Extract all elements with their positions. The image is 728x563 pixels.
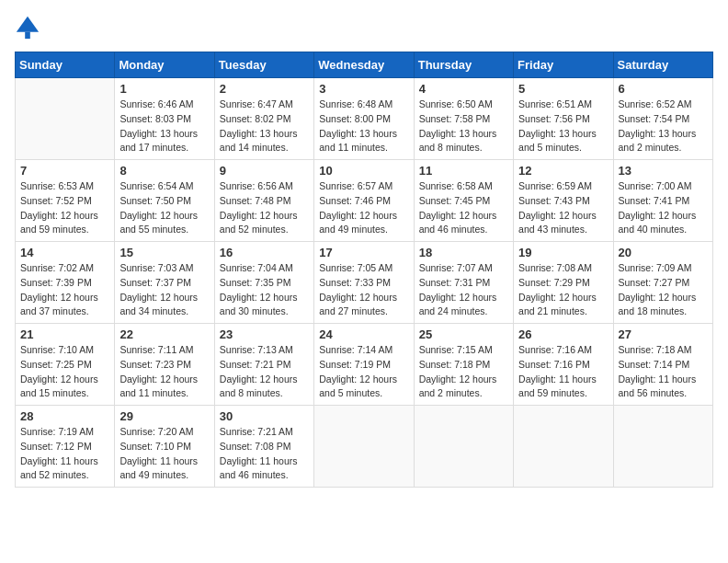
calendar-cell: 2Sunrise: 6:47 AMSunset: 8:02 PMDaylight… <box>214 78 313 160</box>
day-info: Sunrise: 7:15 AMSunset: 7:18 PMDaylight:… <box>419 343 508 401</box>
calendar-cell <box>613 406 712 488</box>
day-number: 29 <box>119 409 209 423</box>
calendar-cell: 3Sunrise: 6:48 AMSunset: 8:00 PMDaylight… <box>314 78 414 160</box>
day-info: Sunrise: 6:50 AMSunset: 7:58 PMDaylight:… <box>419 98 508 155</box>
calendar-cell: 12Sunrise: 6:59 AMSunset: 7:43 PMDayligh… <box>514 160 613 242</box>
day-number: 27 <box>619 327 708 341</box>
day-number: 2 <box>220 82 309 96</box>
day-info: Sunrise: 7:19 AMSunset: 7:12 PMDaylight:… <box>20 425 109 483</box>
day-number: 25 <box>419 327 508 341</box>
day-number: 15 <box>119 246 209 259</box>
day-info: Sunrise: 7:09 AMSunset: 7:27 PMDaylight:… <box>619 261 708 319</box>
calendar-cell <box>414 406 513 488</box>
day-number: 1 <box>119 82 209 96</box>
day-of-week-header: Monday <box>115 52 214 78</box>
calendar-cell: 4Sunrise: 6:50 AMSunset: 7:58 PMDaylight… <box>414 78 513 160</box>
calendar-cell: 10Sunrise: 6:57 AMSunset: 7:46 PMDayligh… <box>314 160 414 242</box>
svg-marker-0 <box>17 17 39 32</box>
day-number: 4 <box>419 82 508 96</box>
calendar-cell: 29Sunrise: 7:20 AMSunset: 7:10 PMDayligh… <box>115 406 214 488</box>
day-info: Sunrise: 7:02 AMSunset: 7:39 PMDaylight:… <box>20 261 109 319</box>
calendar-cell: 30Sunrise: 7:21 AMSunset: 7:08 PMDayligh… <box>214 406 313 488</box>
calendar-cell: 5Sunrise: 6:51 AMSunset: 7:56 PMDaylight… <box>514 78 613 160</box>
calendar-cell: 15Sunrise: 7:03 AMSunset: 7:37 PMDayligh… <box>115 242 214 324</box>
day-number: 5 <box>518 82 608 96</box>
calendar-cell: 11Sunrise: 6:58 AMSunset: 7:45 PMDayligh… <box>414 160 513 242</box>
calendar-cell: 19Sunrise: 7:08 AMSunset: 7:29 PMDayligh… <box>514 242 613 324</box>
day-of-week-header: Tuesday <box>214 52 313 78</box>
day-number: 24 <box>319 327 408 341</box>
day-number: 12 <box>518 164 608 178</box>
calendar-cell: 23Sunrise: 7:13 AMSunset: 7:21 PMDayligh… <box>214 324 313 406</box>
calendar-cell: 7Sunrise: 6:53 AMSunset: 7:52 PMDaylight… <box>16 160 115 242</box>
day-number: 13 <box>619 164 708 178</box>
calendar-cell: 20Sunrise: 7:09 AMSunset: 7:27 PMDayligh… <box>613 242 712 324</box>
day-number: 30 <box>220 409 309 423</box>
day-info: Sunrise: 7:18 AMSunset: 7:14 PMDaylight:… <box>619 343 708 401</box>
day-number: 23 <box>220 327 309 341</box>
day-info: Sunrise: 7:08 AMSunset: 7:29 PMDaylight:… <box>518 261 608 319</box>
day-info: Sunrise: 6:56 AMSunset: 7:48 PMDaylight:… <box>220 179 309 237</box>
day-info: Sunrise: 7:20 AMSunset: 7:10 PMDaylight:… <box>119 425 209 483</box>
day-info: Sunrise: 6:54 AMSunset: 7:50 PMDaylight:… <box>119 179 209 237</box>
calendar-week-row: 28Sunrise: 7:19 AMSunset: 7:12 PMDayligh… <box>16 406 713 488</box>
day-info: Sunrise: 6:53 AMSunset: 7:52 PMDaylight:… <box>20 179 109 237</box>
day-number: 21 <box>20 327 109 341</box>
day-number: 28 <box>20 409 109 423</box>
day-number: 22 <box>119 327 209 341</box>
day-number: 8 <box>119 164 209 178</box>
day-info: Sunrise: 6:57 AMSunset: 7:46 PMDaylight:… <box>319 179 408 237</box>
calendar-cell: 13Sunrise: 7:00 AMSunset: 7:41 PMDayligh… <box>613 160 712 242</box>
day-of-week-header: Saturday <box>613 52 712 78</box>
day-number: 26 <box>518 327 608 341</box>
day-info: Sunrise: 7:13 AMSunset: 7:21 PMDaylight:… <box>220 343 309 401</box>
day-info: Sunrise: 6:46 AMSunset: 8:03 PMDaylight:… <box>119 98 209 155</box>
calendar-week-row: 21Sunrise: 7:10 AMSunset: 7:25 PMDayligh… <box>16 324 713 406</box>
calendar-cell <box>16 78 115 160</box>
day-number: 16 <box>220 246 309 259</box>
day-of-week-header: Wednesday <box>314 52 414 78</box>
logo <box>15 15 44 40</box>
day-info: Sunrise: 6:47 AMSunset: 8:02 PMDaylight:… <box>220 98 309 155</box>
calendar-cell <box>514 406 613 488</box>
day-info: Sunrise: 7:10 AMSunset: 7:25 PMDaylight:… <box>20 343 109 401</box>
day-number: 3 <box>319 82 408 96</box>
day-number: 14 <box>20 246 109 259</box>
day-info: Sunrise: 7:04 AMSunset: 7:35 PMDaylight:… <box>220 261 309 319</box>
day-info: Sunrise: 6:58 AMSunset: 7:45 PMDaylight:… <box>419 179 508 237</box>
day-number: 17 <box>319 246 408 259</box>
day-info: Sunrise: 7:21 AMSunset: 7:08 PMDaylight:… <box>220 425 309 483</box>
day-number: 19 <box>518 246 608 259</box>
day-number: 18 <box>419 246 508 259</box>
calendar-cell: 8Sunrise: 6:54 AMSunset: 7:50 PMDaylight… <box>115 160 214 242</box>
calendar-cell: 27Sunrise: 7:18 AMSunset: 7:14 PMDayligh… <box>613 324 712 406</box>
day-info: Sunrise: 7:00 AMSunset: 7:41 PMDaylight:… <box>619 179 708 237</box>
calendar-week-row: 7Sunrise: 6:53 AMSunset: 7:52 PMDaylight… <box>16 160 713 242</box>
day-number: 10 <box>319 164 408 178</box>
day-info: Sunrise: 7:14 AMSunset: 7:19 PMDaylight:… <box>319 343 408 401</box>
calendar-cell: 21Sunrise: 7:10 AMSunset: 7:25 PMDayligh… <box>16 324 115 406</box>
calendar-cell: 26Sunrise: 7:16 AMSunset: 7:16 PMDayligh… <box>514 324 613 406</box>
day-info: Sunrise: 7:05 AMSunset: 7:33 PMDaylight:… <box>319 261 408 319</box>
day-info: Sunrise: 7:16 AMSunset: 7:16 PMDaylight:… <box>518 343 608 401</box>
calendar-week-row: 14Sunrise: 7:02 AMSunset: 7:39 PMDayligh… <box>16 242 713 324</box>
day-info: Sunrise: 7:07 AMSunset: 7:31 PMDaylight:… <box>419 261 508 319</box>
day-number: 20 <box>619 246 708 259</box>
calendar-cell: 6Sunrise: 6:52 AMSunset: 7:54 PMDaylight… <box>613 78 712 160</box>
day-number: 11 <box>419 164 508 178</box>
day-info: Sunrise: 6:52 AMSunset: 7:54 PMDaylight:… <box>619 98 708 155</box>
day-number: 7 <box>20 164 109 178</box>
day-number: 6 <box>619 82 708 96</box>
day-of-week-header: Sunday <box>16 52 115 78</box>
day-info: Sunrise: 6:51 AMSunset: 7:56 PMDaylight:… <box>518 98 608 155</box>
calendar-table: SundayMondayTuesdayWednesdayThursdayFrid… <box>15 52 713 488</box>
calendar-week-row: 1Sunrise: 6:46 AMSunset: 8:03 PMDaylight… <box>16 78 713 160</box>
calendar-cell: 9Sunrise: 6:56 AMSunset: 7:48 PMDaylight… <box>214 160 313 242</box>
calendar-cell: 22Sunrise: 7:11 AMSunset: 7:23 PMDayligh… <box>115 324 214 406</box>
day-info: Sunrise: 6:48 AMSunset: 8:00 PMDaylight:… <box>319 98 408 155</box>
logo-icon <box>15 15 40 40</box>
day-info: Sunrise: 7:11 AMSunset: 7:23 PMDaylight:… <box>119 343 209 401</box>
calendar-cell: 24Sunrise: 7:14 AMSunset: 7:19 PMDayligh… <box>314 324 414 406</box>
calendar-cell: 16Sunrise: 7:04 AMSunset: 7:35 PMDayligh… <box>214 242 313 324</box>
svg-rect-1 <box>25 32 30 39</box>
